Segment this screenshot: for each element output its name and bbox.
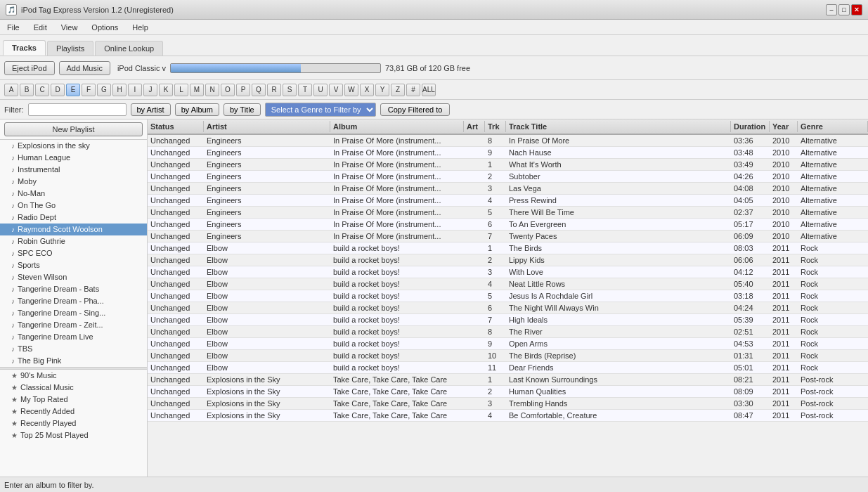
sidebar-item-big-pink[interactable]: ♪ The Big Pink bbox=[0, 355, 147, 367]
alpha-x[interactable]: X bbox=[360, 84, 374, 96]
sidebar-item-spc-eco[interactable]: ♪ SPC ECO bbox=[0, 247, 147, 259]
genre-select[interactable]: Select a Genre to Filter by bbox=[265, 103, 376, 117]
menu-edit[interactable]: Edit bbox=[30, 22, 51, 33]
alpha-r[interactable]: R bbox=[267, 84, 281, 96]
alpha-y[interactable]: Y bbox=[375, 84, 389, 96]
table-row[interactable]: Unchanged Elbow build a rocket boys! 3 W… bbox=[148, 266, 868, 278]
table-row[interactable]: Unchanged Engineers In Praise Of More (i… bbox=[148, 219, 868, 231]
sidebar-item-moby[interactable]: ♪ Moby bbox=[0, 176, 147, 188]
sidebar-item-raymond-scott[interactable]: ♪ Raymond Scott Woolson bbox=[0, 224, 147, 235]
alpha-f[interactable]: F bbox=[82, 84, 96, 96]
table-row[interactable]: Unchanged Explosions in the Sky Take Car… bbox=[148, 398, 868, 410]
menu-help[interactable]: Help bbox=[128, 22, 153, 33]
sidebar-item-td-pha[interactable]: ♪ Tangerine Dream - Pha... bbox=[0, 295, 147, 307]
sidebar-item-classical[interactable]: ★ Classical Music bbox=[0, 382, 147, 394]
sidebar-item-explosions[interactable]: ♪ Explosions in the sky bbox=[0, 140, 147, 152]
alpha-all[interactable]: ALL bbox=[422, 84, 436, 96]
alpha-hash[interactable]: # bbox=[406, 84, 420, 96]
col-header-title[interactable]: Track Title bbox=[506, 121, 731, 132]
sidebar-item-90s-music[interactable]: ★ 90's Music bbox=[0, 370, 147, 382]
add-music-button[interactable]: Add Music bbox=[59, 61, 110, 75]
new-playlist-button[interactable]: New Playlist bbox=[4, 122, 143, 136]
alpha-p[interactable]: P bbox=[236, 84, 250, 96]
sidebar-item-td-zeit[interactable]: ♪ Tangerine Dream - Zeit... bbox=[0, 319, 147, 331]
table-row[interactable]: Unchanged Explosions in the Sky Take Car… bbox=[148, 374, 868, 386]
alpha-z[interactable]: Z bbox=[391, 84, 405, 96]
alpha-o[interactable]: O bbox=[221, 84, 235, 96]
alpha-t[interactable]: T bbox=[298, 84, 312, 96]
alpha-e[interactable]: E bbox=[66, 84, 80, 96]
alpha-l[interactable]: L bbox=[174, 84, 188, 96]
table-row[interactable]: Unchanged Elbow build a rocket boys! 9 O… bbox=[148, 338, 868, 350]
alpha-g[interactable]: G bbox=[97, 84, 111, 96]
by-artist-button[interactable]: by Artist bbox=[131, 103, 171, 116]
sidebar-item-td-bats[interactable]: ♪ Tangerine Dream - Bats bbox=[0, 283, 147, 295]
alpha-n[interactable]: N bbox=[205, 84, 219, 96]
menu-options[interactable]: Options bbox=[87, 22, 122, 33]
sidebar-item-no-man[interactable]: ♪ No-Man bbox=[0, 188, 147, 200]
table-row[interactable]: Unchanged Elbow build a rocket boys! 4 N… bbox=[148, 278, 868, 290]
sidebar-item-on-the-go[interactable]: ♪ On The Go bbox=[0, 200, 147, 212]
sidebar-item-human-league[interactable]: ♪ Human League bbox=[0, 152, 147, 164]
table-row[interactable]: Unchanged Engineers In Praise Of More (i… bbox=[148, 195, 868, 207]
sidebar-item-robin-guthrie[interactable]: ♪ Robin Guthrie bbox=[0, 235, 147, 247]
tab-playlists[interactable]: Playlists bbox=[47, 41, 93, 56]
sidebar-item-tbs[interactable]: ♪ TBS bbox=[0, 343, 147, 355]
by-title-button[interactable]: by Title bbox=[224, 103, 261, 116]
tab-online-lookup[interactable]: Online Lookup bbox=[95, 41, 163, 56]
menu-view[interactable]: View bbox=[57, 22, 82, 33]
table-row[interactable]: Unchanged Elbow build a rocket boys! 2 L… bbox=[148, 254, 868, 266]
sidebar-item-sports[interactable]: ♪ Sports bbox=[0, 259, 147, 271]
alpha-d[interactable]: D bbox=[51, 84, 65, 96]
alpha-c[interactable]: C bbox=[35, 84, 49, 96]
table-row[interactable]: Unchanged Explosions in the Sky Take Car… bbox=[148, 386, 868, 398]
alpha-s[interactable]: S bbox=[283, 84, 297, 96]
table-row[interactable]: Unchanged Engineers In Praise Of More (i… bbox=[148, 171, 868, 183]
alpha-h[interactable]: H bbox=[112, 84, 127, 96]
menu-file[interactable]: File bbox=[3, 22, 24, 33]
col-header-trk[interactable]: Trk bbox=[485, 121, 506, 132]
alpha-j[interactable]: J bbox=[143, 84, 157, 96]
alpha-b[interactable]: B bbox=[20, 84, 34, 96]
table-row[interactable]: Unchanged Engineers In Praise Of More (i… bbox=[148, 231, 868, 242]
col-header-year[interactable]: Year bbox=[770, 121, 798, 132]
sidebar-item-td-sing[interactable]: ♪ Tangerine Dream - Sing... bbox=[0, 307, 147, 319]
table-row[interactable]: Unchanged Engineers In Praise Of More (i… bbox=[148, 183, 868, 195]
col-header-artist[interactable]: Artist bbox=[204, 121, 330, 132]
table-row[interactable]: Unchanged Engineers In Praise Of More (i… bbox=[148, 147, 868, 159]
alpha-v[interactable]: V bbox=[329, 84, 343, 96]
sidebar-item-td-live[interactable]: ♪ Tangerine Dream Live bbox=[0, 331, 147, 343]
alpha-w[interactable]: W bbox=[344, 84, 358, 96]
table-row[interactable]: Unchanged Elbow build a rocket boys! 10 … bbox=[148, 350, 868, 362]
filter-input[interactable] bbox=[28, 103, 127, 116]
minimize-button[interactable]: – bbox=[826, 4, 837, 15]
sidebar-item-instrumental[interactable]: ♪ Instrumental bbox=[0, 164, 147, 176]
sidebar-item-recently-added[interactable]: ★ Recently Added bbox=[0, 406, 147, 417]
col-header-status[interactable]: Status bbox=[148, 121, 204, 132]
table-row[interactable]: Unchanged Elbow build a rocket boys! 7 H… bbox=[148, 314, 868, 326]
alpha-q[interactable]: Q bbox=[252, 84, 266, 96]
close-button[interactable]: ✕ bbox=[851, 4, 862, 15]
sidebar-item-recently-played[interactable]: ★ Recently Played bbox=[0, 417, 147, 429]
alpha-k[interactable]: K bbox=[159, 84, 173, 96]
table-row[interactable]: Unchanged Elbow build a rocket boys! 11 … bbox=[148, 362, 868, 374]
eject-ipod-button[interactable]: Eject iPod bbox=[4, 61, 55, 75]
copy-filtered-button[interactable]: Copy Filtered to bbox=[380, 103, 451, 116]
by-album-button[interactable]: by Album bbox=[175, 103, 219, 116]
table-row[interactable]: Unchanged Elbow build a rocket boys! 6 T… bbox=[148, 302, 868, 314]
maximize-button[interactable]: □ bbox=[838, 4, 850, 15]
sidebar-item-top-rated[interactable]: ★ My Top Rated bbox=[0, 394, 147, 406]
table-row[interactable]: Unchanged Engineers In Praise Of More (i… bbox=[148, 135, 868, 147]
table-row[interactable]: Unchanged Elbow build a rocket boys! 1 T… bbox=[148, 242, 868, 254]
alpha-a[interactable]: A bbox=[4, 84, 18, 96]
alpha-m[interactable]: M bbox=[190, 84, 204, 96]
col-header-album[interactable]: Album bbox=[330, 121, 464, 132]
table-row[interactable]: Unchanged Elbow build a rocket boys! 8 T… bbox=[148, 326, 868, 338]
table-row[interactable]: Unchanged Engineers In Praise Of More (i… bbox=[148, 207, 868, 219]
table-row[interactable]: Unchanged Engineers In Praise Of More (i… bbox=[148, 159, 868, 171]
sidebar-item-top25[interactable]: ★ Top 25 Most Played bbox=[0, 429, 147, 441]
sidebar-item-steven-wilson[interactable]: ♪ Steven Wilson bbox=[0, 271, 147, 283]
col-header-duration[interactable]: Duration bbox=[731, 121, 770, 132]
alpha-u[interactable]: U bbox=[313, 84, 328, 96]
col-header-art[interactable]: Art bbox=[464, 121, 485, 132]
